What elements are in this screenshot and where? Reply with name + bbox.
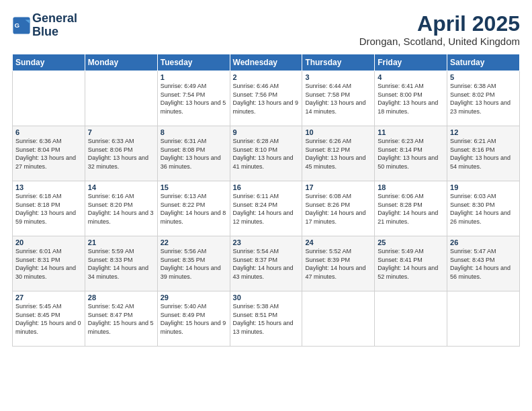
title-area: April 2025 Drongan, Scotland, United Kin… (359, 12, 520, 47)
day-number: 10 (305, 128, 371, 136)
day-info: Sunrise: 6:41 AM Sunset: 8:00 PM Dayligh… (378, 82, 444, 116)
day-number: 24 (305, 238, 371, 246)
day-info: Sunrise: 6:01 AM Sunset: 8:31 PM Dayligh… (15, 247, 82, 281)
day-info: Sunrise: 6:31 AM Sunset: 8:08 PM Dayligh… (161, 137, 227, 171)
day-info: Sunrise: 6:21 AM Sunset: 8:16 PM Dayligh… (450, 137, 517, 171)
day-number: 22 (161, 238, 227, 246)
day-number: 20 (15, 238, 82, 246)
day-number: 1 (161, 73, 227, 81)
day-info: Sunrise: 6:46 AM Sunset: 7:56 PM Dayligh… (233, 82, 300, 116)
day-number: 13 (15, 183, 82, 191)
day-number: 6 (15, 128, 82, 136)
calendar-cell (85, 71, 157, 126)
day-number: 4 (378, 73, 444, 81)
calendar-cell: 12Sunrise: 6:21 AM Sunset: 8:16 PM Dayli… (447, 126, 520, 181)
header: G General Blue April 2025 Drongan, Scotl… (12, 12, 520, 47)
day-number: 2 (233, 73, 300, 81)
day-info: Sunrise: 6:23 AM Sunset: 8:14 PM Dayligh… (378, 137, 444, 171)
day-info: Sunrise: 5:42 AM Sunset: 8:47 PM Dayligh… (88, 302, 154, 336)
logo-icon: G (12, 16, 31, 35)
calendar-cell (302, 291, 375, 347)
day-info: Sunrise: 5:59 AM Sunset: 8:33 PM Dayligh… (88, 247, 154, 281)
logo-line1: General (32, 12, 77, 26)
calendar-cell: 25Sunrise: 5:49 AM Sunset: 8:41 PM Dayli… (375, 236, 447, 291)
calendar-cell: 8Sunrise: 6:31 AM Sunset: 8:08 PM Daylig… (157, 126, 230, 181)
calendar-cell: 24Sunrise: 5:52 AM Sunset: 8:39 PM Dayli… (302, 236, 375, 291)
day-info: Sunrise: 6:18 AM Sunset: 8:18 PM Dayligh… (15, 192, 82, 226)
calendar-cell: 17Sunrise: 6:08 AM Sunset: 8:26 PM Dayli… (302, 181, 375, 236)
day-info: Sunrise: 6:13 AM Sunset: 8:22 PM Dayligh… (161, 192, 227, 226)
day-info: Sunrise: 5:56 AM Sunset: 8:35 PM Dayligh… (161, 247, 227, 281)
week-row-2: 13Sunrise: 6:18 AM Sunset: 8:18 PM Dayli… (13, 181, 520, 236)
header-day-friday: Friday (375, 54, 447, 71)
day-number: 23 (233, 238, 300, 246)
day-info: Sunrise: 6:38 AM Sunset: 8:02 PM Dayligh… (450, 82, 517, 116)
logo-text: General Blue (32, 12, 77, 39)
day-info: Sunrise: 5:54 AM Sunset: 8:37 PM Dayligh… (233, 247, 300, 281)
calendar-cell: 11Sunrise: 6:23 AM Sunset: 8:14 PM Dayli… (375, 126, 447, 181)
day-number: 27 (15, 293, 82, 302)
header-row: SundayMondayTuesdayWednesdayThursdayFrid… (13, 54, 520, 71)
day-info: Sunrise: 5:47 AM Sunset: 8:43 PM Dayligh… (450, 247, 517, 281)
day-number: 11 (378, 128, 444, 136)
day-number: 29 (161, 293, 227, 302)
day-info: Sunrise: 6:03 AM Sunset: 8:30 PM Dayligh… (450, 192, 517, 226)
day-info: Sunrise: 6:49 AM Sunset: 7:54 PM Dayligh… (161, 82, 227, 116)
subtitle: Drongan, Scotland, United Kingdom (359, 36, 520, 47)
calendar-cell: 30Sunrise: 5:38 AM Sunset: 8:51 PM Dayli… (230, 291, 302, 347)
day-info: Sunrise: 5:38 AM Sunset: 8:51 PM Dayligh… (233, 302, 300, 336)
calendar-cell: 10Sunrise: 6:26 AM Sunset: 8:12 PM Dayli… (302, 126, 375, 181)
calendar-body: 1Sunrise: 6:49 AM Sunset: 7:54 PM Daylig… (13, 71, 520, 347)
calendar-cell: 16Sunrise: 6:11 AM Sunset: 8:24 PM Dayli… (230, 181, 302, 236)
day-info: Sunrise: 6:44 AM Sunset: 7:58 PM Dayligh… (305, 82, 371, 116)
day-number: 3 (305, 73, 371, 81)
week-row-0: 1Sunrise: 6:49 AM Sunset: 7:54 PM Daylig… (13, 71, 520, 126)
week-row-1: 6Sunrise: 6:36 AM Sunset: 8:04 PM Daylig… (13, 126, 520, 181)
calendar-cell: 9Sunrise: 6:28 AM Sunset: 8:10 PM Daylig… (230, 126, 302, 181)
header-day-sunday: Sunday (13, 54, 85, 71)
day-info: Sunrise: 6:36 AM Sunset: 8:04 PM Dayligh… (15, 137, 82, 171)
calendar-cell: 27Sunrise: 5:45 AM Sunset: 8:45 PM Dayli… (13, 291, 85, 347)
calendar-cell: 13Sunrise: 6:18 AM Sunset: 8:18 PM Dayli… (13, 181, 85, 236)
calendar-cell: 23Sunrise: 5:54 AM Sunset: 8:37 PM Dayli… (230, 236, 302, 291)
calendar-cell: 22Sunrise: 5:56 AM Sunset: 8:35 PM Dayli… (157, 236, 230, 291)
day-info: Sunrise: 5:52 AM Sunset: 8:39 PM Dayligh… (305, 247, 371, 281)
week-row-4: 27Sunrise: 5:45 AM Sunset: 8:45 PM Dayli… (13, 291, 520, 347)
calendar-cell: 29Sunrise: 5:40 AM Sunset: 8:49 PM Dayli… (157, 291, 230, 347)
day-number: 19 (450, 183, 517, 191)
calendar-cell: 21Sunrise: 5:59 AM Sunset: 8:33 PM Dayli… (85, 236, 157, 291)
svg-text:G: G (15, 21, 20, 29)
calendar-cell: 3Sunrise: 6:44 AM Sunset: 7:58 PM Daylig… (302, 71, 375, 126)
header-day-tuesday: Tuesday (157, 54, 230, 71)
week-row-3: 20Sunrise: 6:01 AM Sunset: 8:31 PM Dayli… (13, 236, 520, 291)
calendar-cell: 28Sunrise: 5:42 AM Sunset: 8:47 PM Dayli… (85, 291, 157, 347)
calendar-cell (375, 291, 447, 347)
calendar-cell: 20Sunrise: 6:01 AM Sunset: 8:31 PM Dayli… (13, 236, 85, 291)
calendar-cell: 1Sunrise: 6:49 AM Sunset: 7:54 PM Daylig… (157, 71, 230, 126)
day-number: 12 (450, 128, 517, 136)
day-number: 16 (233, 183, 300, 191)
day-number: 8 (161, 128, 227, 136)
day-info: Sunrise: 6:11 AM Sunset: 8:24 PM Dayligh… (233, 192, 300, 226)
day-number: 14 (88, 183, 154, 191)
day-number: 7 (88, 128, 154, 136)
calendar-cell: 4Sunrise: 6:41 AM Sunset: 8:00 PM Daylig… (375, 71, 447, 126)
calendar-cell: 14Sunrise: 6:16 AM Sunset: 8:20 PM Dayli… (85, 181, 157, 236)
calendar-cell: 19Sunrise: 6:03 AM Sunset: 8:30 PM Dayli… (447, 181, 520, 236)
calendar-header: SundayMondayTuesdayWednesdayThursdayFrid… (13, 54, 520, 71)
day-number: 18 (378, 183, 444, 191)
calendar-table: SundayMondayTuesdayWednesdayThursdayFrid… (12, 54, 520, 347)
day-info: Sunrise: 6:08 AM Sunset: 8:26 PM Dayligh… (305, 192, 371, 226)
day-info: Sunrise: 6:16 AM Sunset: 8:20 PM Dayligh… (88, 192, 154, 226)
calendar-cell (13, 71, 85, 126)
page: G General Blue April 2025 Drongan, Scotl… (0, 0, 532, 411)
day-number: 28 (88, 293, 154, 302)
day-info: Sunrise: 5:45 AM Sunset: 8:45 PM Dayligh… (15, 302, 82, 336)
day-number: 26 (450, 238, 517, 246)
day-info: Sunrise: 5:49 AM Sunset: 8:41 PM Dayligh… (378, 247, 444, 281)
day-info: Sunrise: 6:06 AM Sunset: 8:28 PM Dayligh… (378, 192, 444, 226)
day-number: 30 (233, 293, 300, 302)
header-day-monday: Monday (85, 54, 157, 71)
calendar-cell: 26Sunrise: 5:47 AM Sunset: 8:43 PM Dayli… (447, 236, 520, 291)
main-title: April 2025 (359, 12, 520, 36)
